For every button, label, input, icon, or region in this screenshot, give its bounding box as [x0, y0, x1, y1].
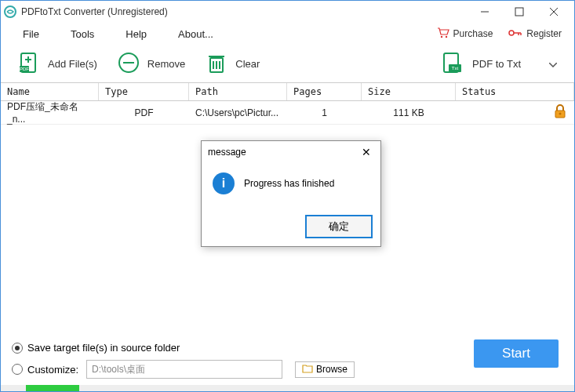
radio-customize[interactable]	[12, 364, 23, 375]
progress-fill	[26, 385, 79, 391]
register-label: Register	[526, 28, 562, 39]
col-pages[interactable]: Pages	[287, 83, 362, 100]
col-name[interactable]: Name	[1, 83, 99, 100]
menu-file[interactable]: File	[7, 25, 55, 43]
cell-type: PDF	[99, 107, 189, 118]
clear-button[interactable]: Clear	[196, 47, 267, 81]
dialog-ok-button[interactable]: 确定	[305, 215, 373, 238]
register-button[interactable]: Register	[502, 26, 568, 42]
browse-button[interactable]: Browse	[295, 361, 355, 378]
lock-icon	[552, 103, 568, 122]
maximize-button[interactable]	[502, 2, 537, 22]
cell-size: 111 KB	[362, 107, 456, 118]
key-icon	[508, 28, 522, 40]
col-type[interactable]: Type	[99, 83, 189, 100]
browse-label: Browse	[316, 364, 348, 375]
add-file-icon: PDF	[16, 50, 42, 78]
svg-text:Txt: Txt	[452, 66, 459, 71]
progress-bar	[1, 385, 574, 391]
save-source-label: Save target file(s) in source folder	[27, 342, 180, 354]
svg-point-5	[440, 35, 442, 37]
add-file-button[interactable]: PDF Add File(s)	[9, 47, 105, 81]
menubar: File Tools Help About... Purchase Regist…	[1, 23, 574, 45]
col-size[interactable]: Size	[362, 83, 456, 100]
dialog-message: Progress has finished	[244, 178, 334, 189]
customize-label: Customize:	[27, 364, 78, 376]
cell-status	[456, 103, 574, 122]
remove-button[interactable]: Remove	[108, 47, 193, 81]
svg-point-6	[445, 35, 446, 37]
titlebar: PDFtoTxt Converter (Unregistered)	[1, 1, 574, 23]
col-status[interactable]: Status	[456, 83, 574, 100]
mode-dropdown[interactable]	[540, 52, 566, 75]
cell-path: C:\Users\pc\Pictur...	[189, 107, 287, 118]
cell-pages: 1	[287, 107, 362, 118]
table-header: Name Type Path Pages Size Status	[1, 82, 574, 101]
menu-about[interactable]: About...	[162, 25, 229, 43]
clear-label: Clear	[235, 58, 260, 70]
start-button[interactable]: Start	[474, 339, 559, 368]
remove-icon	[116, 50, 141, 78]
app-icon	[4, 5, 16, 18]
menu-help[interactable]: Help	[110, 25, 162, 43]
svg-text:PDF: PDF	[20, 67, 29, 71]
toolbar: PDF Add File(s) Remove Clear Txt PDF to …	[1, 45, 574, 82]
footer: Save target file(s) in source folder Cus…	[1, 334, 574, 391]
svg-point-7	[509, 31, 514, 35]
menu-tools[interactable]: Tools	[55, 25, 110, 43]
cell-name: PDF压缩_未命名_n...	[1, 101, 99, 125]
svg-point-27	[559, 113, 562, 115]
remove-label: Remove	[147, 58, 185, 70]
folder-icon	[302, 364, 313, 376]
pdf-txt-icon: Txt	[441, 50, 466, 78]
mode-button[interactable]: Txt PDF to Txt	[430, 45, 532, 82]
radio-save-source[interactable]	[12, 343, 23, 354]
purchase-label: Purchase	[453, 28, 493, 39]
message-dialog: message ✕ i Progress has finished 确定	[201, 140, 381, 247]
add-file-label: Add File(s)	[48, 58, 97, 70]
minimize-button[interactable]	[468, 2, 502, 22]
table-row[interactable]: PDF压缩_未命名_n... PDF C:\Users\pc\Pictur...…	[1, 101, 574, 125]
mode-label: PDF to Txt	[472, 58, 521, 70]
info-icon: i	[213, 172, 235, 194]
col-path[interactable]: Path	[189, 83, 287, 100]
close-button[interactable]	[537, 2, 571, 22]
svg-rect-2	[515, 8, 523, 16]
cart-icon	[437, 27, 449, 41]
window-title: PDFtoTxt Converter (Unregistered)	[21, 6, 468, 17]
trash-icon	[204, 50, 229, 78]
purchase-button[interactable]: Purchase	[431, 26, 500, 42]
chevron-down-icon	[549, 56, 557, 70]
dialog-close-button[interactable]: ✕	[358, 144, 374, 160]
dialog-title: message	[208, 147, 246, 158]
customize-path-input[interactable]	[86, 360, 282, 379]
